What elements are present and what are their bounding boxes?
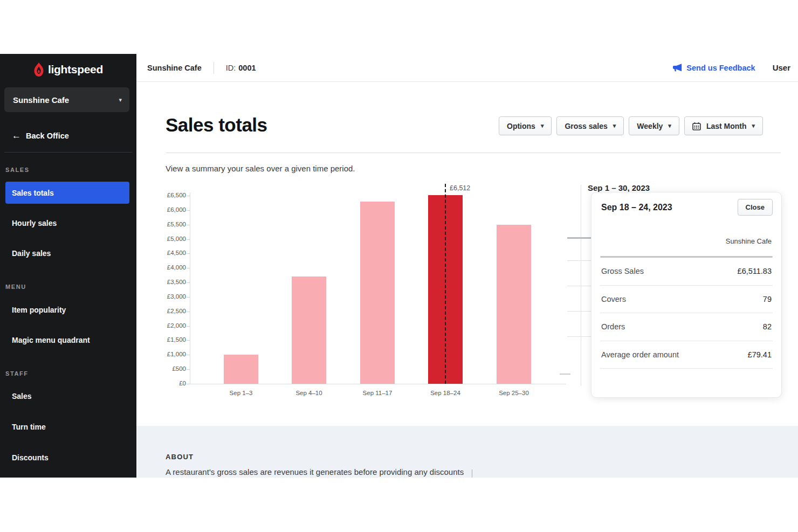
back-arrow-icon: ← (12, 130, 21, 141)
x-axis-label: Sep 18–24 (413, 390, 478, 396)
sidebar-item-discounts[interactable]: Discounts (12, 453, 49, 462)
topbar-store-name: Sunshine Cafe (147, 64, 202, 72)
metric-value: £79.41 (748, 350, 772, 359)
sidebar-item-daily-sales[interactable]: Daily sales (12, 249, 51, 258)
y-axis-tick-label: £2,500 (143, 308, 186, 314)
metric-label: Covers (601, 295, 626, 303)
chevron-down-icon: ▾ (541, 122, 544, 129)
y-axis-tick-label: £5,000 (143, 236, 186, 242)
summary-table-edge (567, 260, 591, 261)
summary-table-edge (560, 374, 570, 375)
table-row: Average order amount £79.41 (600, 341, 773, 369)
close-button[interactable]: Close (738, 199, 773, 216)
topbar-separator (214, 62, 214, 74)
sidebar-section-menu: MENU (5, 284, 26, 290)
metric-value: 79 (763, 295, 772, 303)
x-axis-line (190, 384, 566, 384)
y-axis-tick-label: £2,000 (143, 322, 186, 329)
summary-table-edge (567, 237, 591, 239)
y-axis-tick-label: £4,000 (143, 264, 186, 271)
interval-dropdown[interactable]: Weekly ▾ (629, 116, 679, 135)
bar-sep-1-3[interactable] (224, 355, 258, 384)
page-title: Sales totals (166, 114, 267, 136)
options-dropdown[interactable]: Options ▾ (499, 116, 552, 135)
sidebar-item-magic-menu-quadrant[interactable]: Magic menu quadrant (12, 336, 90, 344)
summary-table-edge (567, 286, 591, 286)
sidebar-item-sales-totals[interactable]: Sales totals (5, 182, 129, 204)
bar-sep-25-30[interactable] (497, 225, 531, 384)
date-range-dropdown[interactable]: Last Month ▾ (684, 116, 763, 135)
filter-button-row: Options ▾ Gross sales ▾ Weekly ▾ Last Mo… (499, 116, 763, 135)
chevron-down-icon: ▾ (668, 122, 671, 129)
send-feedback-link[interactable]: Send us Feedback (673, 64, 755, 72)
x-axis-label: Sep 11–17 (345, 390, 410, 396)
table-row: Covers 79 (600, 286, 773, 314)
back-office-label: Back Office (26, 132, 69, 140)
y-axis-tick-label: £6,500 (143, 192, 186, 198)
metric-dropdown-label: Gross sales (565, 122, 607, 130)
y-axis-tick-label: £3,500 (143, 279, 186, 285)
chevron-down-icon: ▾ (613, 122, 616, 129)
calendar-icon (692, 122, 701, 130)
y-axis-tick-label: £1,000 (143, 351, 186, 357)
metric-value: £6,511.83 (738, 267, 772, 275)
about-heading: ABOUT (166, 453, 194, 461)
summary-period-heading: Sep 1 – 30, 2023 (588, 183, 650, 192)
store-selector-dropdown[interactable]: Sunshine Cafe ▾ (4, 87, 129, 112)
sidebar-section-sales: SALES (5, 167, 30, 173)
sidebar-item-item-popularity[interactable]: Item popularity (12, 306, 66, 314)
summary-table-edge (567, 336, 591, 337)
summary-table-edge (567, 311, 591, 312)
sidebar-item-staff-sales[interactable]: Sales (12, 392, 32, 400)
tooltip-column-header: Sunshine Cafe (600, 237, 773, 245)
lightspeed-logo: lightspeed (0, 60, 136, 79)
store-id-value: 0001 (238, 64, 256, 72)
y-axis-tick-label: £500 (143, 365, 186, 372)
sidebar: lightspeed Sunshine Cafe ▾ ← Back Office… (0, 54, 136, 478)
metric-dropdown[interactable]: Gross sales ▾ (556, 116, 624, 135)
y-axis-line (190, 192, 190, 384)
bar-sep-4-10[interactable] (292, 277, 326, 384)
metric-label: Average order amount (601, 350, 679, 359)
chevron-down-icon: ▾ (119, 96, 122, 103)
sidebar-item-turn-time[interactable]: Turn time (12, 423, 46, 431)
lightspeed-flame-icon (33, 63, 44, 77)
bar-sep-11-17[interactable] (360, 202, 395, 384)
y-axis-tick-label: £1,500 (143, 336, 186, 343)
page-subtitle: View a summary your sales over a given t… (166, 164, 355, 173)
page: lightspeed Sunshine Cafe ▾ ← Back Office… (0, 0, 798, 532)
x-axis-label: Sep 4–10 (277, 390, 341, 396)
about-text: A restaurant's gross sales are revenues … (166, 467, 464, 476)
selected-week-marker-line (445, 184, 446, 384)
sidebar-divider (4, 152, 132, 153)
metric-value: 82 (763, 322, 772, 331)
date-range-dropdown-label: Last Month (706, 122, 747, 130)
sidebar-section-staff: STAFF (5, 370, 29, 377)
x-axis-label: Sep 1–3 (209, 390, 273, 396)
brand-name: lightspeed (48, 63, 103, 76)
store-id-label: ID: (226, 64, 236, 72)
user-menu[interactable]: User (773, 63, 792, 72)
y-axis-tick-label: £6,000 (143, 206, 186, 213)
y-axis-tick-label: £3,000 (143, 293, 186, 300)
selected-week-value-label: £6,512 (450, 184, 470, 192)
megaphone-icon (673, 64, 682, 72)
sidebar-item-hourly-sales[interactable]: Hourly sales (12, 219, 57, 227)
week-detail-tooltip: Sep 18 – 24, 2023 Close Sunshine Cafe Gr… (591, 192, 782, 398)
top-bar: Sunshine Cafe ID: 0001 Send us Feedback … (136, 54, 798, 82)
options-dropdown-label: Options (507, 122, 535, 130)
store-selector-label: Sunshine Cafe (13, 95, 69, 105)
x-axis-label: Sep 25–30 (481, 390, 546, 396)
send-feedback-label: Send us Feedback (686, 64, 755, 72)
table-row: Gross Sales £6,511.83 (600, 258, 773, 286)
back-office-link[interactable]: ← Back Office (12, 130, 69, 141)
about-section: ABOUT A restaurant's gross sales are rev… (136, 426, 798, 478)
y-axis-tick-label: £0 (143, 380, 186, 386)
tooltip-title: Sep 18 – 24, 2023 (600, 199, 672, 212)
chevron-down-icon: ▾ (752, 122, 755, 129)
table-row: Orders 82 (600, 313, 773, 341)
metric-label: Gross Sales (601, 267, 644, 275)
about-column-divider (472, 469, 472, 478)
y-axis-tick-label: £4,500 (143, 250, 186, 256)
y-axis-tick-label: £5,500 (143, 221, 186, 227)
